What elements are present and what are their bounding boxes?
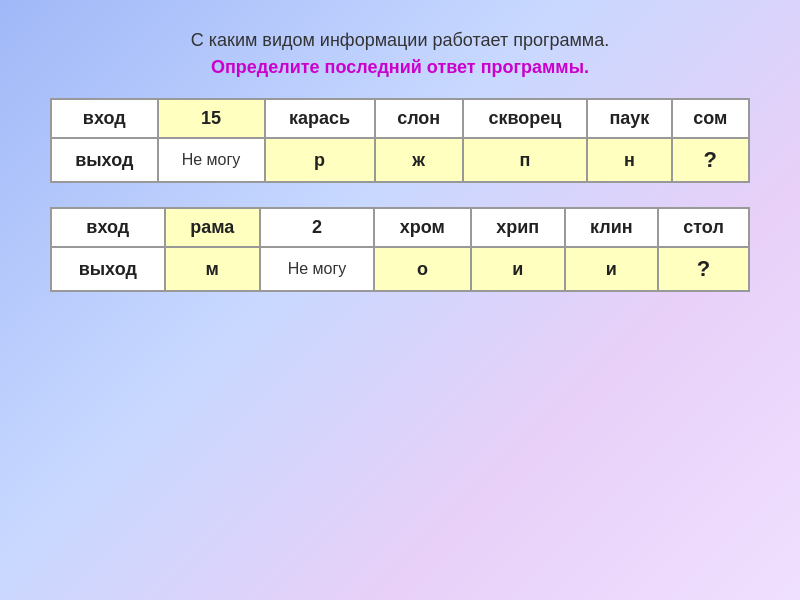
table2-container: входрама2хромхрипклинстолвыходмНе могуои…	[50, 207, 750, 292]
row-label: вход	[51, 208, 165, 247]
main-title: С каким видом информации работает програ…	[191, 30, 610, 51]
row-label: выход	[51, 138, 158, 182]
table-cell: клин	[565, 208, 658, 247]
row-label: вход	[51, 99, 158, 138]
table-cell: о	[374, 247, 471, 291]
table-row: выходНе могуржпн?	[51, 138, 749, 182]
table-cell: карась	[265, 99, 375, 138]
table-cell: Не могу	[260, 247, 374, 291]
table-cell: Не могу	[158, 138, 265, 182]
table-cell: хрип	[471, 208, 565, 247]
table-cell: паук	[587, 99, 671, 138]
table-cell: 2	[260, 208, 374, 247]
table1-container: вход15карасьслонскворецпауксомвыходНе мо…	[50, 98, 750, 183]
table-cell: ?	[658, 247, 749, 291]
table-cell: ?	[672, 138, 749, 182]
table-cell: ж	[375, 138, 463, 182]
table2: входрама2хромхрипклинстолвыходмНе могуои…	[50, 207, 750, 292]
table-cell: стол	[658, 208, 749, 247]
table-row: входрама2хромхрипклинстол	[51, 208, 749, 247]
table-cell: м	[165, 247, 260, 291]
title-section: С каким видом информации работает програ…	[191, 30, 610, 78]
row-label: выход	[51, 247, 165, 291]
table-cell: п	[463, 138, 587, 182]
table-cell: сом	[672, 99, 749, 138]
table-cell: хром	[374, 208, 471, 247]
table-cell: н	[587, 138, 671, 182]
table-row: вход15карасьслонскворецпауксом	[51, 99, 749, 138]
table-cell: и	[565, 247, 658, 291]
table-cell: скворец	[463, 99, 587, 138]
table-cell: и	[471, 247, 565, 291]
table-row: выходмНе могуоии?	[51, 247, 749, 291]
table-cell: 15	[158, 99, 265, 138]
table1: вход15карасьслонскворецпауксомвыходНе мо…	[50, 98, 750, 183]
table-cell: р	[265, 138, 375, 182]
sub-title: Определите последний ответ программы.	[191, 57, 610, 78]
table-cell: слон	[375, 99, 463, 138]
table-cell: рама	[165, 208, 260, 247]
